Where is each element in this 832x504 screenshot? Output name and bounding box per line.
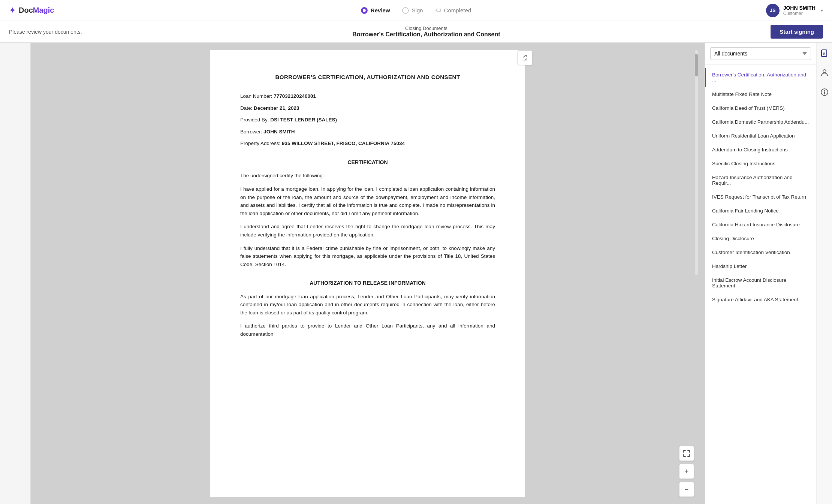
doc-list-item[interactable]: California Fair Lending Notice bbox=[705, 204, 816, 218]
borrower-value: JOHN SMITH bbox=[263, 129, 295, 135]
document-filter-select[interactable]: All documents bbox=[710, 47, 811, 60]
logo-text: DocMagic bbox=[19, 6, 54, 15]
doc-list-item[interactable]: California Hazard Insurance Disclosure bbox=[705, 218, 816, 232]
user-name: JOHN SMITH bbox=[783, 5, 816, 11]
top-navigation: ✦ DocMagic Review Sign 🏷 Completed JS JO… bbox=[0, 0, 832, 21]
chevron-down-icon: ▾ bbox=[821, 8, 823, 13]
certification-title: CERTIFICATION bbox=[240, 158, 495, 166]
authorization-title: AUTHORIZATION TO RELEASE INFORMATION bbox=[240, 279, 495, 287]
print-button[interactable]: 🖨 bbox=[518, 50, 533, 65]
svg-point-7 bbox=[824, 90, 825, 91]
logo: ✦ DocMagic bbox=[9, 6, 54, 15]
sub-header: Please review your documents. Closing Do… bbox=[0, 21, 832, 43]
right-content: All documents Borrower's Certification, … bbox=[705, 43, 832, 504]
logo-star-icon: ✦ bbox=[9, 6, 16, 15]
completed-label: Completed bbox=[444, 7, 471, 13]
person-icon[interactable] bbox=[819, 67, 831, 79]
sign-label: Sign bbox=[412, 7, 423, 13]
nav-step-sign[interactable]: Sign bbox=[402, 7, 423, 14]
user-menu[interactable]: JS JOHN SMITH Customer ▾ bbox=[766, 4, 823, 17]
scrollbar[interactable] bbox=[695, 50, 698, 275]
right-icon-bar bbox=[816, 43, 832, 504]
viewer-controls: + − bbox=[679, 446, 694, 497]
certification-para2: I understand and agree that Lender reser… bbox=[240, 223, 495, 239]
right-panel: All documents Borrower's Certification, … bbox=[705, 43, 832, 504]
logo-doc: Doc bbox=[19, 6, 33, 14]
user-info: JOHN SMITH Customer bbox=[783, 5, 816, 16]
date-value: December 21, 2023 bbox=[254, 105, 299, 111]
doc-list-item[interactable]: Borrower's Certification, Authorization … bbox=[705, 68, 816, 87]
doc-list-item[interactable]: Customer Identification Verification bbox=[705, 245, 816, 259]
provided-by-field: Provided By: DSI TEST LENDER (SALES) bbox=[240, 116, 495, 124]
loan-number-value: 777032120240001 bbox=[274, 93, 316, 99]
start-signing-button[interactable]: Start signing bbox=[771, 25, 823, 39]
authorization-para1: As part of our mortgage loan application… bbox=[240, 293, 495, 317]
authorization-para2: I authorize third parties to provide to … bbox=[240, 322, 495, 338]
doc-list-item[interactable]: Uniform Residential Loan Application bbox=[705, 129, 816, 143]
zoom-in-button[interactable]: + bbox=[679, 464, 694, 479]
certification-para3: I fully understand that it is a Federal … bbox=[240, 244, 495, 269]
borrower-label: Borrower: bbox=[240, 129, 262, 135]
borrower-field: Borrower: JOHN SMITH bbox=[240, 128, 495, 136]
doc-list-item[interactable]: California Deed of Trust (MERS) bbox=[705, 101, 816, 115]
doc-list-item[interactable]: Initial Escrow Account Disclosure Statem… bbox=[705, 273, 816, 293]
document-page: BORROWER'S CERTIFICATION, AUTHORIZATION … bbox=[210, 50, 525, 497]
main-layout: 🖨 + − BORROWER'S CERTIFICATION, AUTHORIZ… bbox=[0, 43, 832, 504]
loan-number-label: Loan Number: bbox=[240, 93, 272, 99]
nav-step-completed[interactable]: 🏷 Completed bbox=[435, 7, 471, 14]
document-list: Borrower's Certification, Authorization … bbox=[705, 65, 816, 504]
zoom-out-button[interactable]: − bbox=[679, 482, 694, 497]
user-role: Customer bbox=[783, 11, 816, 16]
doc-list-item[interactable]: Closing Disclosure bbox=[705, 232, 816, 245]
property-value: 935 WILLOW STREET, FRISCO, CALIFORNIA 75… bbox=[282, 141, 405, 146]
doc-list-item[interactable]: Addendum to Closing Instructions bbox=[705, 143, 816, 157]
doc-list-item[interactable]: Hardship Letter bbox=[705, 259, 816, 273]
review-dot bbox=[361, 7, 368, 14]
scroll-thumb bbox=[695, 54, 698, 76]
doc-main-title: BORROWER'S CERTIFICATION, AUTHORIZATION … bbox=[240, 73, 495, 82]
loan-number-field: Loan Number: 777032120240001 bbox=[240, 92, 495, 100]
provided-by-value: DSI TEST LENDER (SALES) bbox=[270, 117, 337, 123]
nav-steps: Review Sign 🏷 Completed bbox=[361, 7, 471, 14]
info-icon[interactable] bbox=[819, 86, 831, 98]
nav-step-review[interactable]: Review bbox=[361, 7, 390, 14]
doc-list-item[interactable]: Hazard Insurance Authorization and Requi… bbox=[705, 170, 816, 190]
document-icon[interactable] bbox=[819, 47, 831, 59]
logo-magic: Magic bbox=[33, 6, 54, 14]
doc-list-item[interactable]: Specific Closing Instructions bbox=[705, 157, 816, 170]
date-label: Date: bbox=[240, 105, 252, 111]
completed-icon: 🏷 bbox=[435, 7, 441, 14]
document-viewer: 🖨 + − BORROWER'S CERTIFICATION, AUTHORIZ… bbox=[31, 43, 705, 504]
doc-list-item[interactable]: Multistate Fixed Rate Note bbox=[705, 87, 816, 101]
doc-list-item[interactable]: Signature Affidavit and AKA Statement bbox=[705, 293, 816, 307]
review-instruction: Please review your documents. bbox=[9, 29, 82, 35]
section-label: Closing Documents bbox=[352, 25, 500, 31]
certification-intro: The undersigned certify the following: bbox=[240, 172, 495, 180]
document-title: Borrower's Certification, Authorization … bbox=[352, 31, 500, 38]
review-label: Review bbox=[371, 7, 390, 13]
sign-dot bbox=[402, 7, 409, 14]
document-title-area: Closing Documents Borrower's Certificati… bbox=[352, 25, 500, 38]
doc-list-item[interactable]: IVES Request for Transcript of Tax Retur… bbox=[705, 190, 816, 204]
certification-para1: I have applied for a mortgage loan. In a… bbox=[240, 185, 495, 217]
property-field: Property Address: 935 WILLOW STREET, FRI… bbox=[240, 139, 495, 148]
avatar: JS bbox=[766, 4, 780, 17]
date-field: Date: December 21, 2023 bbox=[240, 104, 495, 112]
svg-point-4 bbox=[823, 70, 826, 73]
doc-list-item[interactable]: California Domestic Partnership Addendu.… bbox=[705, 115, 816, 129]
expand-button[interactable] bbox=[679, 446, 694, 461]
right-panel-header: All documents bbox=[705, 43, 816, 65]
property-label: Property Address: bbox=[240, 141, 280, 146]
left-sidebar bbox=[0, 43, 31, 504]
provided-by-label: Provided By: bbox=[240, 117, 269, 123]
